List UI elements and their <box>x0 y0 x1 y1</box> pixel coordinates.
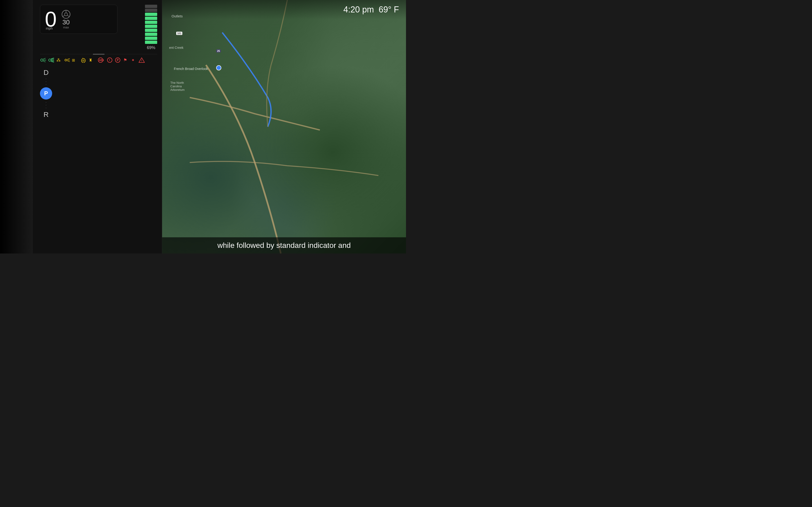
speedometer-box: 0 30 max <box>40 5 117 34</box>
battery-bar-container <box>145 5 157 44</box>
speed-right: 30 max <box>61 10 71 29</box>
map-panel[interactable]: 4:20 pm 69° F Outlets ent Creek French B… <box>162 0 406 253</box>
temp-display: 69° F <box>379 5 399 14</box>
highbeam-icon <box>48 58 54 63</box>
gear-dot-6: • <box>46 107 47 109</box>
svg-text:✦: ✦ <box>131 58 135 62</box>
svg-line-8 <box>43 61 46 62</box>
instrument-panel: 0 30 max <box>33 0 162 253</box>
svg-text:⁂: ⁂ <box>56 58 61 62</box>
subtitle-bar: while followed by standard indicator and <box>162 237 406 253</box>
seatbelt-icon: ⚑ <box>123 58 129 63</box>
battery-segment-6 <box>145 21 157 24</box>
road-number-101: 101 <box>176 32 182 35</box>
map-label-creek: ent Creek <box>169 46 184 50</box>
speed-max-group: 30 max <box>62 19 69 29</box>
battery-segment-9 <box>145 9 157 12</box>
map-label-arboretum-line1: The North <box>170 81 185 84</box>
svg-text:!: ! <box>83 58 83 59</box>
road-number-25: 25 <box>216 49 221 53</box>
svg-text:⚑: ⚑ <box>123 58 127 62</box>
svg-line-14 <box>51 61 54 61</box>
map-location-marker <box>216 65 221 70</box>
gear-dot-5: • <box>46 104 47 106</box>
top-row: 0 30 max <box>40 5 157 50</box>
svg-text:!: ! <box>109 58 110 62</box>
warning-icons-row: ⁂ ⊞ <box>40 56 157 64</box>
svg-line-17 <box>67 58 70 59</box>
left-frame <box>0 0 33 253</box>
svg-point-5 <box>41 59 43 61</box>
gear-section: D • • • P • • • R <box>40 68 157 119</box>
battery-segment-10 <box>145 5 157 8</box>
main-display: 0 30 max <box>33 0 406 253</box>
steering-wheel-icon <box>61 10 71 19</box>
map-label-arboretum: The North Carolina Arboretum <box>170 81 185 92</box>
battery-section: 69% <box>145 5 157 50</box>
time-display: 4:20 pm <box>343 5 374 14</box>
map-background <box>162 0 406 253</box>
gear-dot-3: • <box>46 83 47 86</box>
svg-line-12 <box>51 61 54 62</box>
gear-d: D <box>44 68 49 77</box>
svg-line-4 <box>67 15 69 17</box>
stability-icon: ♜ <box>88 58 94 63</box>
svg-text:♜: ♜ <box>89 58 92 62</box>
svg-point-21 <box>82 58 85 63</box>
brake-warning-icon: ! <box>107 58 113 63</box>
subtitle-text: while followed by standard indicator and <box>169 241 399 250</box>
battery-segment-3 <box>145 33 157 36</box>
park-brake-icon: P <box>115 58 121 63</box>
gear-p-label: P <box>44 90 48 97</box>
battery-segment-7 <box>145 17 157 20</box>
divider-line <box>40 54 157 54</box>
divider-handle <box>93 54 105 55</box>
speed-unit: mph <box>46 26 53 30</box>
svg-line-3 <box>63 15 65 17</box>
svg-text:!: ! <box>141 59 142 62</box>
map-label-arboretum-line3: Arboretum <box>170 88 185 92</box>
abs-icon: ABS <box>96 58 105 63</box>
tire-pressure-icon: ! <box>80 58 87 63</box>
gear-dot-1: • <box>46 78 47 80</box>
svg-point-16 <box>65 59 67 61</box>
svg-point-22 <box>83 60 84 61</box>
svg-line-11 <box>51 58 54 59</box>
gear-dot-4: • <box>46 101 47 103</box>
battery-segment-8 <box>145 13 157 16</box>
svg-line-19 <box>67 61 70 62</box>
gear-r: R <box>44 110 49 119</box>
map-label-outlets: Outlets <box>171 14 183 18</box>
gear-p-button[interactable]: P <box>40 87 52 100</box>
gear-dot-2: • <box>46 81 47 82</box>
battery-segment-4 <box>145 29 157 32</box>
svg-text:⊞: ⊞ <box>72 58 75 62</box>
gear-column: D • • • P • • • R <box>40 68 52 119</box>
battery-segment-1 <box>145 41 157 44</box>
svg-text:ABS: ABS <box>99 59 104 61</box>
battery-percent: 69% <box>147 45 155 50</box>
beam-icon <box>64 58 70 63</box>
battery-segment-5 <box>145 25 157 28</box>
svg-point-1 <box>65 13 68 16</box>
svg-line-7 <box>43 58 46 59</box>
headlight-icon <box>40 58 46 63</box>
map-label-arboretum-line2: Carolina <box>170 84 185 88</box>
traction-control-icon: ⁂ <box>56 58 62 63</box>
screen-container: 0 30 max <box>0 0 406 253</box>
battery-segment-2 <box>145 37 157 40</box>
map-header: 4:20 pm 69° F <box>162 0 406 19</box>
svg-text:P: P <box>117 58 119 62</box>
svg-point-9 <box>49 59 51 61</box>
speed-max-num: 30 <box>62 19 69 25</box>
speed-max-label: max <box>62 25 69 29</box>
map-label-overlook: French Broad Overlook <box>174 67 208 71</box>
fog-light-icon: ⊞ <box>72 58 79 63</box>
general-warning-icon: ! <box>139 58 145 63</box>
airbag-icon: ✦ <box>131 58 137 63</box>
